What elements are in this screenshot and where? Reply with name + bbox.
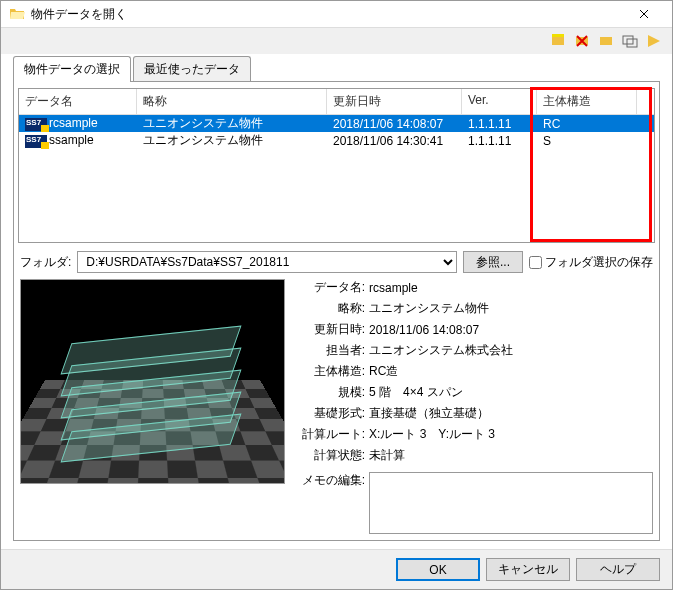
detail-name: rcsample [369,281,418,295]
col-date[interactable]: 更新日時 [327,89,462,114]
close-button[interactable] [624,2,664,26]
svg-rect-0 [552,37,564,45]
ok-button[interactable]: OK [396,558,480,581]
folder-open-icon [9,6,25,22]
titlebar: 物件データを開く [1,1,672,28]
toolbar-btn-3[interactable] [596,31,616,51]
file-icon [25,135,47,148]
tab-select-data[interactable]: 物件データの選択 [13,56,131,82]
table-row[interactable]: ssample ユニオンシステム物件 2018/11/06 14:30:41 1… [19,132,654,149]
save-folder-checkbox[interactable] [529,256,542,269]
listview-header: データ名 略称 更新日時 Ver. 主体構造 [19,89,654,115]
svg-rect-4 [623,36,633,44]
svg-rect-3 [600,37,612,45]
col-alias[interactable]: 略称 [137,89,327,114]
toolbar-btn-1[interactable] [548,31,568,51]
folder-row: フォルダ: D:¥USRDATA¥Ss7Data¥SS7_201811 参照..… [20,251,653,273]
col-name[interactable]: データ名 [19,89,137,114]
folder-path-select[interactable]: D:¥USRDATA¥Ss7Data¥SS7_201811 [77,251,457,273]
col-ver[interactable]: Ver. [462,89,537,114]
col-struct[interactable]: 主体構造 [537,89,637,114]
detail-scale: 5 階 4×4 スパン [369,384,463,401]
table-row[interactable]: rcsample ユニオンシステム物件 2018/11/06 14:08:07 … [19,115,654,132]
detail-status: 未計算 [369,447,405,464]
svg-rect-5 [627,39,637,47]
tab-content: データ名 略称 更新日時 Ver. 主体構造 rcsample ユニオンシステム… [13,81,660,541]
detail-foundation: 直接基礎（独立基礎） [369,405,489,422]
tab-strip: 物件データの選択 最近使ったデータ [13,56,660,82]
detail-route: X:ルート 3 Y:ルート 3 [369,426,495,443]
toolbar-btn-4[interactable] [620,31,640,51]
detail-alias: ユニオンシステム物件 [369,300,489,317]
lower-panel: データ名:rcsample 略称:ユニオンシステム物件 更新日時:2018/11… [20,279,653,534]
memo-textarea[interactable] [369,472,653,534]
memo-label: メモの編集: [295,472,365,534]
detail-person: ユニオンシステム株式会社 [369,342,513,359]
dialog-window: 物件データを開く 物件データの選択 最近使ったデータ データ名 略称 更新日時 … [0,0,673,590]
browse-button[interactable]: 参照... [463,251,523,273]
button-bar: OK キャンセル ヘルプ [1,549,672,589]
preview-3d [20,279,285,484]
cancel-button[interactable]: キャンセル [486,558,570,581]
toolbar [1,28,672,54]
details-panel: データ名:rcsample 略称:ユニオンシステム物件 更新日時:2018/11… [295,279,653,534]
save-folder-check[interactable]: フォルダ選択の保存 [529,254,653,271]
detail-struct: RC造 [369,363,398,380]
toolbar-btn-2[interactable] [572,31,592,51]
window-title: 物件データを開く [31,6,624,23]
toolbar-btn-5[interactable] [644,31,664,51]
data-listview[interactable]: データ名 略称 更新日時 Ver. 主体構造 rcsample ユニオンシステム… [18,88,655,243]
svg-rect-1 [552,34,564,37]
file-icon [25,118,47,131]
folder-label: フォルダ: [20,254,71,271]
tab-recent-data[interactable]: 最近使ったデータ [133,56,251,82]
help-button[interactable]: ヘルプ [576,558,660,581]
detail-date: 2018/11/06 14:08:07 [369,323,479,337]
